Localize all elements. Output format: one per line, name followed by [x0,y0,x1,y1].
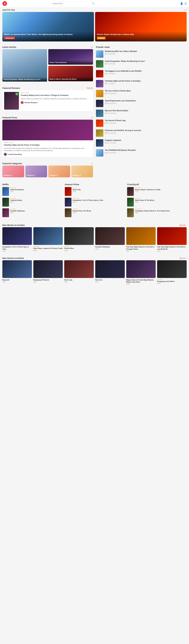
posts-next-arrow[interactable]: › [92,116,93,119]
post-date: March 2, 2021 [4,142,92,144]
series-card-1[interactable]: Boogiepop Phantom 2000 [33,260,63,285]
crunchyroll-img-0 [127,187,134,196]
article-large-title-1: Violet Evergarden: Whats the Meaning of … [2,77,47,82]
popular-title-2[interactable]: The Biggest Lie In DARLING In the FRANXX [105,70,187,72]
popular-title-8[interactable]: Fireworks and DAOKO, the way to success [105,130,187,132]
amazon-item-title-0[interactable]: Devil Lady [73,188,124,190]
netflix-item-title-2[interactable]: Gundam Hathaway [10,210,62,212]
netflix-item-title-0[interactable]: Violet Evergarden [10,188,62,190]
popular-title-3[interactable]: Fate/Stay Night and the Power of Goodbye [105,80,187,82]
featured-reviews-see-all[interactable]: See all › [87,87,93,89]
series-stars-5: ★★★★★ [157,279,187,280]
popular-title-10[interactable]: The EVANGELION Mystery Revealed [105,149,187,152]
featured-reviews-title: Featured Reviews [2,87,20,89]
article-small-title-2: Made in Abyss: Rayearth the Movie [48,77,93,81]
category-card-4[interactable]: Category 4 [71,166,93,177]
category-card-1[interactable]: Category 1 [2,166,24,177]
crunchyroll-year-0: 2019 [135,191,187,192]
new-movies-see-all[interactable]: See all ‹ › [179,224,187,226]
hero-card-1[interactable]: What's so special about 'Your Name', the… [2,12,94,42]
category-card-3[interactable]: Category 3 [48,166,70,177]
see-all-next-icon[interactable]: › [186,224,187,226]
popular-title-0[interactable]: Weathering With You: What A Mistake! [105,50,187,53]
hero-btn-1[interactable]: Read more [4,36,15,40]
crunchyroll-item-title-0[interactable]: Demon Slayer: Kimetsu no Yaiba [135,188,187,190]
site-logo[interactable]: a [2,1,7,6]
series-img-4 [126,260,156,278]
netflix-stars-1: ★★★★★ [10,198,62,199]
series-card-0[interactable]: Rayearth 1997 [2,260,32,285]
latest-articles-grid: Violet Evergarden: Whats the Meaning of … [2,49,93,82]
crunchyroll-item-title-2[interactable]: Cardcaptor Sakura Movie 2: The Sealed Ca… [135,210,187,212]
hero-grid: What's so special about 'Your Name', the… [2,12,187,42]
new-series-see-all[interactable]: See all ‹ › [179,257,187,259]
cat-prev-arrow[interactable]: ‹ [91,162,92,165]
see-all-prev-icon[interactable]: ‹ [185,224,186,226]
popular-item-9: Fragtime explained 💬 No comments [96,138,187,148]
crunchyroll-item-1: ★★★★★ Sailor Moon R The Movie 1993 [127,198,187,206]
amazon-year-0: 1998 [73,191,124,192]
series-title-2: Devil Lady [64,279,94,281]
series-card-2[interactable]: Devil Lady 1998 [64,260,94,285]
netflix-item-title-1[interactable]: Cowboy Bebop [10,199,62,201]
series-year-1: 2000 [33,281,63,283]
popular-content-5: Serial Experiments Lain Smackdown 💬 No c… [105,100,187,104]
comment-icon-10: 💬 [105,152,107,154]
netflix-title: Netflix [2,183,62,186]
latest-prev-arrow[interactable]: ‹ [91,46,92,48]
user-icon[interactable]: 👤 [180,2,183,5]
series-see-all-prev-icon[interactable]: ‹ [185,257,186,259]
search-input[interactable] [51,2,96,6]
amazon-item-title-2[interactable]: Psycho-Pass The Movie [73,210,124,212]
featured-categories-header: Featured categories ‹ › [2,161,93,166]
popular-title-7[interactable]: The Secret Of Devil Lady [105,120,187,122]
latest-articles-title: Latest articles [2,46,16,48]
netflix-info-1: ★★★★★ Cowboy Bebop 1998 [10,198,62,203]
amazon-year-2: 2015 [73,212,124,214]
latest-next-arrow[interactable]: › [92,46,93,48]
posts-prev-arrow[interactable]: ‹ [91,116,92,119]
prev-arrow[interactable]: ‹ [184,9,185,11]
right-column: Popular reads Weathering With You: What … [96,44,187,181]
header: a 🔍 👤 ☰ [0,0,189,7]
new-movies-section: New Movies in Archive See all ‹ › Evange… [2,222,187,252]
series-card-5[interactable]: ★★★★★ Boogiepop and Others 2019 [157,260,187,285]
series-card-4[interactable]: Magica Record Puella Magi Madoka Magica … [126,260,156,285]
movie-card-4[interactable]: Fate Stay Night Heaven's Feel Part 1: Pr… [126,227,156,252]
movie-card-2[interactable]: ★★★★★ Perfect Blue 1988 [64,227,94,252]
popular-title-6[interactable]: Macross Plus Movie Edition [105,110,187,112]
amazon-item-title-1[interactable]: Evangelion: 3.0+1.0 Thrice Upon a Time [73,199,124,201]
next-arrow[interactable]: › [186,9,187,11]
movie-card-1[interactable]: ★★★★★ Saint Seiya: Legend of Crimson You… [33,227,63,252]
popular-title-5[interactable]: Serial Experiments Lain Smackdown [105,100,187,102]
series-card-3[interactable]: Fate Zero 2012 [95,260,125,285]
article-large-1[interactable]: Violet Evergarden: Whats the Meaning of … [2,49,47,82]
amazon-year-1: 2021 [73,202,124,203]
crunchyroll-info-1: ★★★★★ Sailor Moon R The Movie 1993 [135,198,187,203]
category-card-2[interactable]: Category 2 [25,166,47,177]
popular-title-9[interactable]: Fragtime explained [105,139,187,142]
popular-title-4[interactable]: The Use of Red in Perfect Blue [105,90,187,92]
popular-title-1[interactable]: Violet Evergarden: Whats the Meaning of … [105,60,187,62]
review-date: April 2, 2021 [21,92,91,94]
popular-img-9 [96,139,103,147]
review-card: 9 April 2, 2021 Cowboy Bebop And Love Ha… [2,90,93,112]
hero-btn-2[interactable]: Explore [97,36,106,40]
menu-icon[interactable]: ☰ [184,2,187,5]
popular-reads-header: Popular reads [96,44,187,49]
crunchyroll-item-title-1[interactable]: Sailor Moon R The Movie [135,199,187,201]
movie-card-5[interactable]: Fate Stay Night Heaven's Feel Part 2: Lo… [157,227,187,252]
article-small-1[interactable]: Darker Than Darkness [48,49,93,64]
movie-card-0[interactable]: Evangelion: 3.0+1.0 Thrice Upon a Time 2… [2,227,32,252]
crunchyroll-info-0: ★★★★★ Demon Slayer: Kimetsu no Yaiba 201… [135,187,187,192]
amazon-img-1 [65,198,71,206]
series-img-3 [95,260,125,278]
article-small-2[interactable]: Made in Abyss: Rayearth the Movie [48,66,93,81]
hero-card-2[interactable]: Demon Slayer already has a release date … [95,12,187,42]
movie-card-3[interactable]: Gundam Hathaway 2021 [95,227,125,252]
featured-categories-section: Featured categories ‹ › Category 1 Categ… [2,161,93,177]
series-see-all-next-icon[interactable]: › [186,257,187,259]
cat-next-arrow[interactable]: › [92,162,93,165]
series-img-2 [64,260,94,278]
amazon-info-1: ★★★★★ Evangelion: 3.0+1.0 Thrice Upon a … [73,198,124,203]
